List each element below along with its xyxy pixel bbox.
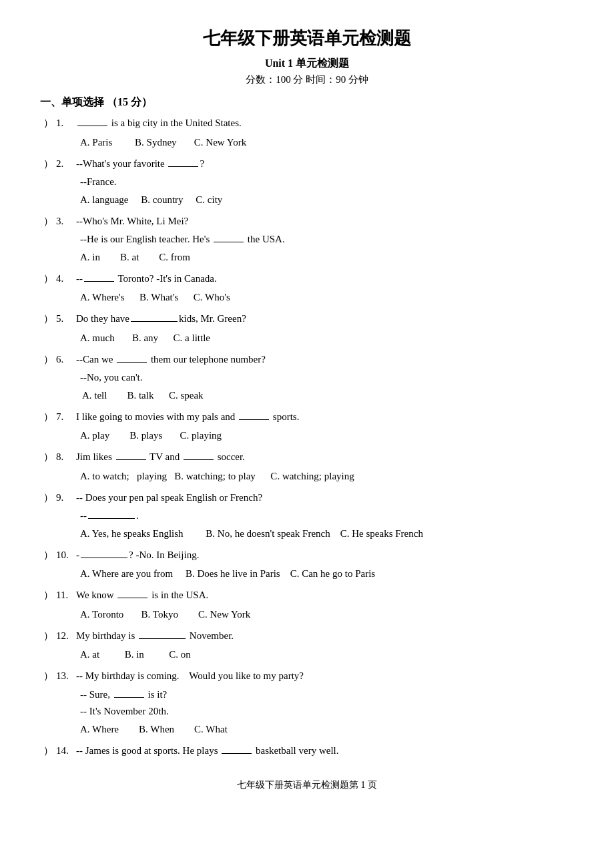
q3-paren: ） [40, 213, 55, 230]
q11-num: 11. [56, 587, 75, 604]
q9-num: 9. [56, 489, 75, 507]
q10-num: 10. [56, 547, 75, 564]
question-8: ） 8. Jim likes TV and soccer. A. to watc… [40, 449, 574, 485]
question-4: ） 4. -- Toronto? -It's in Canada. A. Whe… [40, 270, 574, 307]
q10-paren: ） [40, 547, 55, 564]
q2-line2: --France. [80, 174, 574, 191]
q12-options: A. at B. in C. on [80, 646, 574, 664]
q13-line3: -- It's November 20th. [80, 703, 574, 720]
q2-options: A. language B. country C. city [80, 191, 574, 209]
q5-options: A. much B. any C. a little [80, 329, 574, 347]
q1-options: A. Paris B. Sydney C. New York [80, 134, 574, 152]
question-10: ） 10. -? -No. In Beijing. A. Where are y… [40, 547, 574, 584]
q8-paren: ） [40, 449, 55, 466]
q6-num: 6. [56, 351, 75, 369]
q1-num: 1. [56, 115, 75, 132]
q6-paren: ） [40, 351, 55, 369]
title-info: 分数：100 分 时间：90 分钟 [40, 73, 574, 86]
q8-num: 8. [56, 449, 75, 466]
q2-num: 2. [56, 156, 75, 173]
q13-line2: -- Sure, is it? [80, 686, 574, 704]
page-footer: 七年级下册英语单元检测题第 1 页 [40, 779, 574, 791]
q4-text: -- Toronto? -It's in Canada. [76, 270, 217, 288]
q4-paren: ） [40, 270, 55, 288]
question-12: ） 12. My birthday is November. A. at B. … [40, 628, 574, 664]
q12-paren: ） [40, 628, 55, 645]
q3-line2: --He is our English teacher. He's the US… [80, 231, 574, 248]
q1-text: is a big city in the United States. [76, 115, 242, 132]
q6-options: A. tell B. talk C. speak [80, 387, 574, 405]
q9-options: A. Yes, he speaks English B. No, he does… [80, 525, 574, 543]
q14-text: -- James is good at sports. He plays bas… [76, 742, 339, 760]
q8-options: A. to watch; playing B. watching; to pla… [80, 467, 574, 485]
page-title: 七年级下册英语单元检测题 [40, 27, 574, 50]
q9-paren: ） [40, 489, 55, 507]
q14-paren: ） [40, 742, 55, 760]
question-9: ） 9. -- Does your pen pal speak English … [40, 489, 574, 543]
question-5: ） 5. Do they havekids, Mr. Green? A. muc… [40, 310, 574, 347]
q4-num: 4. [56, 270, 75, 288]
q6-line1: --Can we them our telephone number? [76, 351, 266, 369]
q14-num: 14. [56, 742, 75, 760]
q8-text: Jim likes TV and soccer. [76, 449, 245, 466]
q9-line2: --. [80, 507, 574, 525]
q2-line1: --What's your favorite ? [76, 156, 204, 173]
question-7: ） 7. I like going to movies with my pals… [40, 409, 574, 445]
q13-paren: ） [40, 668, 55, 685]
q5-text: Do they havekids, Mr. Green? [76, 310, 246, 328]
q1-paren: ） [40, 115, 55, 132]
q11-text: We know is in the USA. [76, 587, 208, 604]
question-11: ） 11. We know is in the USA. A. Toronto … [40, 587, 574, 624]
question-2: ） 2. --What's your favorite ? --France. … [40, 156, 574, 209]
q7-num: 7. [56, 409, 75, 426]
q7-paren: ） [40, 409, 55, 426]
q13-line1: -- My birthday is coming. Would you like… [76, 668, 304, 685]
q5-num: 5. [56, 310, 75, 328]
question-14: ） 14. -- James is good at sports. He pla… [40, 742, 574, 760]
q2-paren: ） [40, 156, 55, 173]
subtitle: Unit 1 单元检测题 [40, 57, 574, 71]
q11-paren: ） [40, 587, 55, 604]
q12-num: 12. [56, 628, 75, 645]
question-1: ） 1. is a big city in the United States.… [40, 115, 574, 152]
q6-line2: --No, you can't. [80, 369, 574, 387]
q7-options: A. play B. plays C. playing [80, 427, 574, 445]
q10-text: -? -No. In Beijing. [76, 547, 199, 564]
q12-text: My birthday is November. [76, 628, 234, 645]
q11-options: A. Toronto B. Tokyo C. New York [80, 606, 574, 624]
q10-options: A. Where are you from B. Does he live in… [80, 565, 574, 583]
q13-num: 13. [56, 668, 75, 685]
q5-paren: ） [40, 310, 55, 328]
q3-num: 3. [56, 213, 75, 230]
question-13: ） 13. -- My birthday is coming. Would yo… [40, 668, 574, 738]
q13-options: A. Where B. When C. What [80, 720, 574, 738]
q7-text: I like going to movies with my pals and … [76, 409, 299, 426]
section1-header: 一、单项选择 （15 分） [40, 95, 574, 110]
question-6: ） 6. --Can we them our telephone number?… [40, 351, 574, 405]
question-3: ） 3. --Who's Mr. White, Li Mei? --He is … [40, 213, 574, 266]
q9-line1: -- Does your pen pal speak English or Fr… [76, 489, 262, 507]
q3-options: A. in B. at C. from [80, 248, 574, 266]
q3-line1: --Who's Mr. White, Li Mei? [76, 213, 188, 230]
q4-options: A. Where's B. What's C. Who's [80, 288, 574, 306]
